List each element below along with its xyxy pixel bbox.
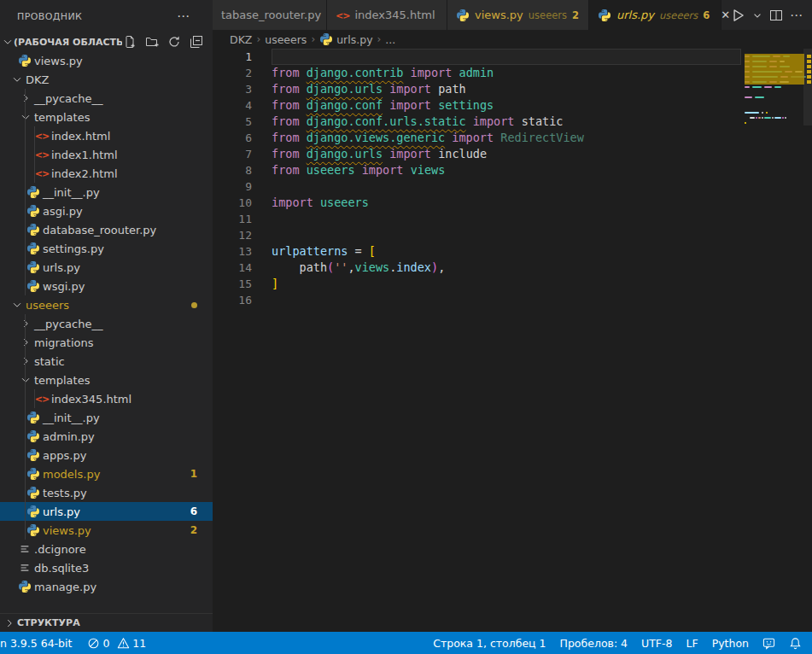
status-item-utf-8[interactable]: UTF-8 xyxy=(641,637,672,650)
tree-item-label: manage.py xyxy=(32,581,213,593)
python-interpreter-status[interactable]: n 3.9.5 64-bit xyxy=(0,637,72,650)
breadcrumb-item-useeers[interactable]: useeers xyxy=(265,33,307,46)
error-icon xyxy=(87,637,100,650)
tree-file-asgi.py[interactable]: asgi.py xyxy=(0,201,213,220)
tree-file-urls.py[interactable]: urls.py xyxy=(0,258,213,277)
breadcrumb-item-...[interactable]: ... xyxy=(385,33,395,46)
tree-folder-__pycache__[interactable]: __pycache__ xyxy=(0,314,213,333)
breadcrumb-item-DKZ[interactable]: DKZ xyxy=(230,33,252,46)
code-line-5[interactable]: 5from django.conf.urls.static import sta… xyxy=(213,114,812,130)
code-line-2[interactable]: 2from django.contrib import admin xyxy=(213,65,812,81)
tree-file-tests.py[interactable]: tests.py xyxy=(0,483,213,502)
code-line-4[interactable]: 4from django.conf import settings xyxy=(213,97,812,114)
code-line-7[interactable]: 7from django.urls import include xyxy=(213,146,812,162)
collapse-all-icon[interactable] xyxy=(189,34,204,50)
code-line-16[interactable]: 16 xyxy=(213,292,812,308)
tree-file-index2.html[interactable]: <>index2.html xyxy=(0,164,213,183)
tree-file-models.py[interactable]: models.py1 xyxy=(0,464,213,483)
run-button[interactable] xyxy=(728,6,747,25)
python-file-icon xyxy=(456,9,470,22)
new-file-icon[interactable] xyxy=(122,34,137,50)
tree-folder-templates[interactable]: templates xyxy=(0,371,213,389)
new-folder-icon[interactable] xyxy=(144,34,160,50)
code-line-13[interactable]: 13urlpatterns = [ xyxy=(213,243,812,260)
line-number: 3 xyxy=(213,81,252,97)
tree-file-index345.html[interactable]: <>index345.html xyxy=(0,389,213,408)
tree-file-views.py[interactable]: views.py xyxy=(0,51,213,70)
tab-index345.html[interactable]: <>index345.html xyxy=(327,0,447,30)
minimap[interactable] xyxy=(745,49,804,131)
refresh-icon[interactable] xyxy=(166,34,182,50)
code-line-12[interactable]: 12 xyxy=(213,227,812,243)
breadcrumb: DKZ›useeers› urls.py›... xyxy=(213,30,812,49)
tree-folder-__pycache__[interactable]: __pycache__ xyxy=(0,89,213,108)
status-item-lf[interactable]: LF xyxy=(686,637,698,650)
warning-count: 11 xyxy=(132,637,146,650)
tree-file-views.py[interactable]: views.py2 xyxy=(0,521,213,540)
workspace-section-header[interactable]: (РАБОЧАЯ ОБЛАСТЬ) ... xyxy=(0,32,213,51)
tree-folder-DKZ[interactable]: DKZ xyxy=(0,70,213,89)
tree-file-manage.py[interactable]: manage.py xyxy=(0,577,213,596)
tab-label: tabase_roouter.py xyxy=(221,9,321,21)
run-dropdown-icon[interactable] xyxy=(751,9,764,22)
code-line-9[interactable]: 9 xyxy=(213,178,812,195)
tree-file-wsgi.py[interactable]: wsgi.py xyxy=(0,277,213,295)
python-file-icon xyxy=(26,260,41,274)
ruler-warning-mark xyxy=(807,70,811,73)
line-number: 12 xyxy=(213,227,252,243)
code-line-3[interactable]: 3from django.urls import path xyxy=(213,81,812,97)
tab-tabase_roouter.py[interactable]: tabase_roouter.py xyxy=(213,0,327,30)
line-number: 11 xyxy=(213,211,252,227)
tree-file-apps.py[interactable]: apps.py xyxy=(0,446,213,464)
tree-file-__init__.py[interactable]: __init__.py xyxy=(0,183,213,201)
warning-icon xyxy=(117,637,130,650)
code-line-14[interactable]: 14 path('',views.index), xyxy=(213,260,812,276)
tree-file-db.sqlite3[interactable]: db.sqlite3 xyxy=(0,558,213,577)
tree-file-database_roouter.py[interactable]: database_roouter.py xyxy=(0,220,213,239)
chevron-down-icon xyxy=(2,36,14,48)
code-editor[interactable]: 12from django.contrib import admin3from … xyxy=(213,49,812,632)
chevron-right-icon xyxy=(19,336,32,349)
code-line-8[interactable]: 8from useeers import views xyxy=(213,162,812,178)
tree-item-label: migrations xyxy=(32,336,213,349)
feedback-icon[interactable] xyxy=(762,637,775,650)
code-line-6[interactable]: 6from django.views.generic import Redire… xyxy=(213,130,812,146)
status-item-python[interactable]: Python xyxy=(712,637,749,650)
tree-file-.dcignore[interactable]: .dcignore xyxy=(0,540,213,558)
code-text: from useeers import views xyxy=(252,162,445,178)
tree-file-admin.py[interactable]: admin.py xyxy=(0,427,213,446)
code-line-11[interactable]: 11 xyxy=(213,211,812,227)
python-file-icon xyxy=(26,429,41,443)
tree-file-urls.py[interactable]: urls.py6 xyxy=(0,502,213,521)
code-line-10[interactable]: 10import useeers xyxy=(213,195,812,211)
status-item-пробелов-4[interactable]: Пробелов: 4 xyxy=(560,637,628,650)
status-item-строка-1-столбец-1[interactable]: Строка 1, столбец 1 xyxy=(433,637,546,650)
outline-section-header[interactable]: СТРУКТУРА xyxy=(0,613,213,632)
python-file-icon xyxy=(26,523,41,537)
tab-urls.py[interactable]: urls.pyuseeers6✕ xyxy=(589,0,721,30)
code-line-15[interactable]: 15] xyxy=(213,276,812,292)
split-editor-icon[interactable] xyxy=(768,7,785,24)
tree-file-index1.html[interactable]: <>index1.html xyxy=(0,145,213,164)
tree-file-index.html[interactable]: <>index.html xyxy=(0,126,213,145)
python-file-icon xyxy=(26,204,41,218)
explorer-more-actions-icon[interactable]: ⋯ xyxy=(172,9,196,24)
tree-item-label: index1.html xyxy=(50,149,213,161)
list-file-icon xyxy=(17,542,32,556)
tree-file-settings.py[interactable]: settings.py xyxy=(0,239,213,258)
python-file-icon xyxy=(26,411,41,424)
tree-file-__init__.py[interactable]: __init__.py xyxy=(0,408,213,427)
problems-status[interactable]: 0 11 xyxy=(87,637,146,650)
tree-item-label: apps.py xyxy=(41,449,213,462)
bell-icon[interactable] xyxy=(789,637,802,650)
tree-folder-static[interactable]: static xyxy=(0,352,213,371)
breadcrumb-item-urls.py[interactable]: urls.py xyxy=(319,32,372,46)
explorer-title: ПРОВОДНИК xyxy=(17,11,172,22)
editor-more-actions-icon[interactable]: ⋯ xyxy=(788,6,805,25)
line-number: 2 xyxy=(213,65,252,81)
tree-folder-migrations[interactable]: migrations xyxy=(0,333,213,352)
code-text: ] xyxy=(252,276,278,292)
tab-views.py[interactable]: views.pyuseeers2 xyxy=(447,0,589,30)
tree-folder-useeers[interactable]: useeers xyxy=(0,295,213,314)
tree-folder-templates[interactable]: templates xyxy=(0,108,213,126)
